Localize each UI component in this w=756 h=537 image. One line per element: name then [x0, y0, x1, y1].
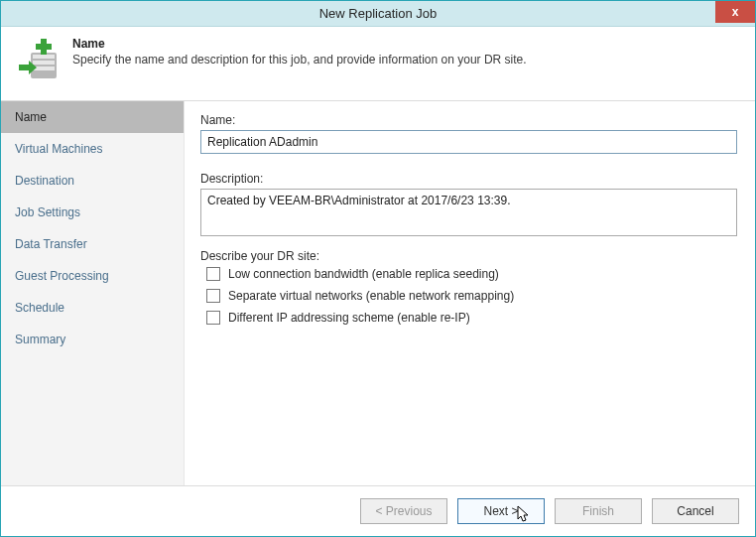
option-separate-networks[interactable]: Separate virtual networks (enable networ… [206, 289, 737, 303]
header-text: Name Specify the name and description fo… [72, 37, 527, 67]
wizard-window: New Replication Job x Name Specify the n… [0, 0, 756, 537]
checkbox-icon[interactable] [206, 289, 220, 303]
wizard-content: Name: Description: Created by VEEAM-BR\A… [185, 101, 755, 485]
wizard-sidebar: Name Virtual Machines Destination Job Se… [1, 101, 185, 485]
checkbox-icon[interactable] [206, 311, 220, 325]
sidebar-step-summary[interactable]: Summary [1, 324, 184, 355]
sidebar-step-destination[interactable]: Destination [1, 165, 184, 197]
next-button-label: Next > [483, 504, 518, 518]
svg-marker-7 [518, 506, 528, 521]
sidebar-step-guest-processing[interactable]: Guest Processing [1, 260, 184, 292]
sidebar-step-virtual-machines[interactable]: Virtual Machines [1, 133, 184, 165]
option-low-bandwidth[interactable]: Low connection bandwidth (enable replica… [206, 267, 737, 281]
wizard-header: Name Specify the name and description fo… [1, 27, 755, 101]
close-icon: x [732, 5, 739, 19]
option-label: Different IP addressing scheme (enable r… [228, 311, 470, 325]
wizard-body: Name Virtual Machines Destination Job Se… [1, 101, 755, 485]
wizard-footer: < Previous Next > Finish Cancel [1, 485, 755, 536]
window-title: New Replication Job [319, 6, 438, 21]
option-label: Separate virtual networks (enable networ… [228, 289, 514, 303]
header-title: Name [72, 37, 527, 51]
sidebar-step-data-transfer[interactable]: Data Transfer [1, 228, 184, 260]
svg-rect-1 [33, 55, 55, 59]
svg-rect-6 [36, 44, 52, 50]
sidebar-step-schedule[interactable]: Schedule [1, 292, 184, 324]
description-label: Description: [200, 172, 737, 186]
next-button[interactable]: Next > [457, 498, 545, 524]
sidebar-step-job-settings[interactable]: Job Settings [1, 197, 184, 228]
replication-job-icon [15, 37, 61, 82]
description-input[interactable]: Created by VEEAM-BR\Administrator at 201… [200, 189, 737, 236]
option-different-ip[interactable]: Different IP addressing scheme (enable r… [206, 311, 737, 325]
name-input[interactable] [200, 130, 737, 154]
cursor-icon [517, 505, 531, 523]
name-label: Name: [200, 113, 737, 127]
sidebar-step-name[interactable]: Name [1, 101, 184, 133]
previous-button[interactable]: < Previous [360, 498, 447, 524]
option-label: Low connection bandwidth (enable replica… [228, 267, 499, 281]
cancel-button[interactable]: Cancel [652, 498, 739, 524]
header-subtitle: Specify the name and description for thi… [72, 53, 527, 67]
titlebar: New Replication Job x [1, 1, 755, 27]
dr-site-label: Describe your DR site: [200, 249, 737, 263]
svg-rect-2 [33, 61, 55, 65]
finish-button[interactable]: Finish [555, 498, 642, 524]
checkbox-icon[interactable] [206, 267, 220, 281]
close-button[interactable]: x [715, 1, 755, 23]
